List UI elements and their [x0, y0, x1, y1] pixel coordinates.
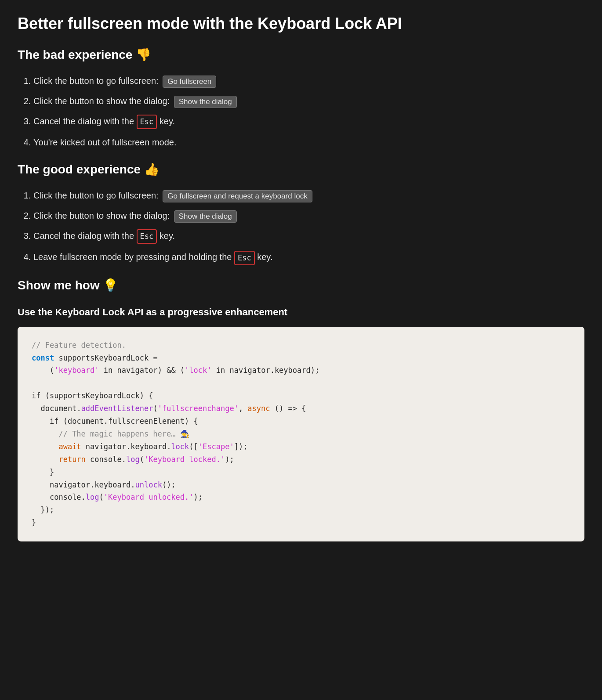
show-me-how-heading: Show me how 💡	[18, 276, 584, 296]
code-block: // Feature detection. const supportsKeyb…	[18, 327, 584, 541]
step-3-good-suffix: key.	[157, 231, 175, 241]
progressive-enhancement-subheading: Use the Keyboard Lock API as a progressi…	[18, 304, 584, 320]
code-if-1: if	[32, 391, 40, 400]
code-pre: // Feature detection. const supportsKeyb…	[32, 339, 570, 529]
show-dialog-good-button[interactable]: Show the dialog	[174, 210, 237, 223]
list-item: You're kicked out of fullscreen mode.	[33, 135, 584, 149]
step-3-bad-suffix: key.	[157, 116, 175, 126]
step-2-good-text: Click the button to show the dialog:	[33, 211, 170, 220]
code-str-event: 'fullscreenchange'	[158, 404, 239, 413]
good-experience-list: Click the button to go fullscreen: Go fu…	[18, 188, 584, 265]
bad-experience-heading: The bad experience 👎	[18, 45, 584, 65]
step-1-good-text: Click the button to go fullscreen:	[33, 191, 159, 200]
code-nav-1: navigator	[117, 366, 158, 375]
code-keyboard-3: keyboard	[94, 480, 131, 489]
code-if-2: if	[50, 417, 58, 426]
code-comment-1: // Feature detection.	[32, 341, 126, 350]
go-fullscreen-bad-button[interactable]: Go fullscreen	[163, 76, 216, 88]
code-log-1: log	[126, 455, 140, 464]
code-const: const	[32, 354, 54, 362]
code-str-unlocked: 'Keyboard unlocked.'	[104, 493, 194, 502]
code-return: return	[58, 455, 85, 464]
code-nav-4: navigator	[50, 480, 90, 489]
code-log-2: log	[86, 493, 99, 502]
step-4-bad-text: You're kicked out of fullscreen mode.	[33, 137, 177, 147]
code-await: await	[58, 442, 81, 451]
bad-experience-list: Click the button to go fullscreen: Go fu…	[18, 74, 584, 149]
good-experience-heading: The good experience 👍	[18, 160, 584, 180]
code-var-1: supportsKeyboardLock	[58, 354, 149, 362]
step-1-bad-text: Click the button to go fullscreen:	[33, 76, 159, 86]
code-fullscreen: fullscreenElement	[108, 417, 185, 426]
code-console-1: console	[90, 455, 122, 464]
list-item: Leave fullscreen mode by pressing and ho…	[33, 250, 584, 265]
list-item: Click the button to show the dialog: Sho…	[33, 209, 584, 223]
code-async: async	[247, 404, 270, 413]
code-comment-2: // The magic happens here… 🧙	[58, 429, 189, 438]
code-in-1: in	[104, 366, 112, 375]
step-4-good-suffix: key.	[255, 252, 273, 262]
list-item: Click the button to go fullscreen: Go fu…	[33, 74, 584, 88]
esc-key-bad: Esc	[137, 115, 157, 129]
code-in-2: in	[216, 366, 225, 375]
esc-key-good-3: Esc	[137, 229, 157, 244]
code-str-1: 'keyboard'	[54, 366, 99, 375]
list-item: Click the button to go fullscreen: Go fu…	[33, 188, 584, 202]
code-lock: lock	[171, 442, 189, 451]
code-method-addevent: addEventListener	[81, 404, 153, 413]
step-2-bad-text: Click the button to show the dialog:	[33, 96, 170, 106]
code-unlock: unlock	[135, 480, 162, 489]
step-3-bad-text: Cancel the dialog with the	[33, 116, 137, 126]
list-item: Click the button to show the dialog: Sho…	[33, 94, 584, 108]
code-keyboard-1: keyboard	[275, 366, 311, 375]
list-item: Cancel the dialog with the Esc key.	[33, 229, 584, 244]
code-str-escape: 'Escape'	[198, 442, 234, 451]
code-doc: document	[40, 404, 76, 413]
step-3-good-text: Cancel the dialog with the	[33, 231, 137, 241]
show-dialog-bad-button[interactable]: Show the dialog	[174, 96, 237, 108]
code-str-2: 'lock'	[185, 366, 211, 375]
list-item: Cancel the dialog with the Esc key.	[33, 114, 584, 129]
code-keyboard-2: keyboard	[131, 442, 167, 451]
code-nav-2: navigator	[230, 366, 270, 375]
code-str-locked: 'Keyboard locked.'	[144, 455, 225, 464]
esc-key-good-4: Esc	[234, 251, 255, 265]
page-title: Better fullscreen mode with the Keyboard…	[18, 14, 584, 33]
code-doc-2: document	[68, 417, 104, 426]
code-nav-3: navigator	[86, 442, 126, 451]
go-fullscreen-good-button[interactable]: Go fullscreen and request a keyboard loc…	[163, 190, 312, 202]
step-4-good-text: Leave fullscreen mode by pressing and ho…	[33, 252, 234, 262]
code-console-2: console	[50, 493, 81, 502]
code-var-check: supportsKeyboardLock	[50, 391, 140, 400]
